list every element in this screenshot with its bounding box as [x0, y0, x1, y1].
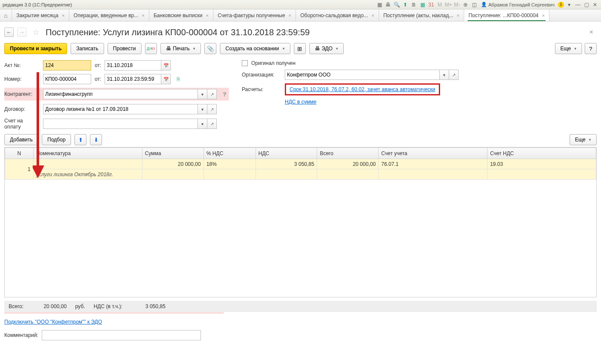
col-header[interactable]: НДС — [256, 148, 317, 159]
counterparty-help[interactable]: ? — [220, 89, 229, 99]
total-value: 20 000,00 — [32, 303, 67, 309]
move-down-button[interactable]: ⬇ — [90, 134, 102, 145]
home-tab[interactable]: ⌂ — [0, 9, 12, 21]
edo-connect-link[interactable]: Подключить "ООО "Конфетпром"" к ЭДО — [4, 319, 102, 325]
col-header[interactable]: Счет НДС — [487, 148, 596, 159]
edo-button[interactable]: 🖶ЭДО▾ — [309, 43, 344, 54]
pick-button[interactable]: Подбор — [42, 134, 71, 145]
col-header[interactable]: Счет учета — [379, 148, 487, 159]
dropdown-icon[interactable]: ▾ — [566, 1, 573, 8]
m-minus-icon[interactable]: M- — [453, 1, 460, 8]
calendar-icon[interactable]: 31 — [428, 1, 435, 8]
post-button[interactable]: Провести — [108, 43, 142, 54]
save-button[interactable]: Записать — [71, 43, 104, 54]
doc-icon[interactable]: 🗎 — [410, 1, 417, 8]
forward-button[interactable]: → — [17, 28, 27, 37]
vat-label: НДС (в т.ч.): — [94, 303, 123, 309]
create-based-button[interactable]: Создать на основании▾ — [220, 43, 290, 54]
table-row[interactable]: 120 000,0018%3 050,8520 000,0076.07.119.… — [5, 159, 596, 169]
tab-2[interactable]: Банковские выписки× — [149, 9, 213, 21]
col-header[interactable]: N — [5, 148, 34, 159]
calendar-icon[interactable]: 📅 — [161, 60, 171, 70]
dropdown-icon[interactable]: ▾ — [198, 104, 207, 114]
number-label: Номер: — [4, 76, 40, 82]
calendar-icon[interactable]: 📅 — [161, 74, 171, 84]
save-icon[interactable]: ⬆ — [402, 1, 409, 8]
calc-link[interactable]: Срок 31.10.2018, 76.07.2, 60.02, зачет а… — [290, 86, 435, 92]
panel-icon[interactable]: ◫ — [471, 1, 478, 8]
close-page[interactable]: × — [586, 27, 597, 38]
open-icon[interactable]: ↗ — [207, 89, 217, 99]
dropdown-icon[interactable]: ▾ — [198, 89, 207, 99]
from-label-2: от: — [95, 76, 101, 82]
dropdown-icon[interactable]: ▾ — [440, 70, 449, 80]
m-plus-icon[interactable]: M+ — [445, 1, 452, 8]
tab-close-icon[interactable]: × — [142, 13, 145, 18]
maximize-icon[interactable]: ▢ — [583, 1, 590, 8]
col-header[interactable]: % НДС — [203, 148, 256, 159]
number-input[interactable] — [43, 74, 91, 84]
tab-close-icon[interactable]: × — [457, 13, 459, 18]
tab-5[interactable]: Поступление (акты, наклад...× — [379, 9, 464, 21]
col-header[interactable]: Номенклатура — [33, 148, 142, 159]
zoom-icon[interactable]: ⊕ — [462, 1, 469, 8]
user-label[interactable]: 👤Абрамов Геннадий Сергеевич — [481, 2, 555, 7]
comment-label: Комментарий: — [4, 332, 38, 338]
calc-icon[interactable]: ▦ — [419, 1, 426, 8]
app-title: редакция 3.0 (1С:Предприятие) — [3, 2, 72, 7]
search-icon[interactable]: 🔍 — [393, 1, 400, 8]
dtkt-button[interactable]: ДтКт — [145, 43, 157, 54]
open-icon[interactable]: ↗ — [207, 104, 217, 114]
m-icon[interactable]: M — [436, 1, 443, 8]
tab-close-icon[interactable]: × — [289, 13, 291, 18]
tab-6[interactable]: Поступление: ...КП00-000004× — [464, 9, 549, 21]
table-more-button[interactable]: Еще▾ — [570, 134, 597, 145]
original-label: Оригинал получен — [251, 60, 296, 66]
org-input[interactable] — [285, 70, 440, 80]
comment-input[interactable] — [42, 330, 201, 340]
minimize-icon[interactable]: — — [574, 1, 581, 8]
invoice-label: Счет на оплату — [4, 118, 40, 130]
favorite-icon[interactable]: ☆ — [33, 28, 40, 37]
akt-input[interactable] — [43, 60, 91, 70]
open-icon[interactable]: ↗ — [449, 70, 459, 80]
akt-label: Акт №: — [4, 62, 40, 68]
vat-link[interactable]: НДС в сумме — [285, 99, 317, 105]
tab-0[interactable]: Закрытие месяца× — [12, 9, 69, 21]
akt-date-input[interactable] — [105, 60, 161, 70]
open-icon[interactable]: ↗ — [207, 119, 217, 129]
table-row-desc[interactable]: услуги лизинга Октябрь 2018г. — [5, 169, 596, 180]
help-button[interactable]: ? — [585, 43, 597, 54]
contract-input[interactable] — [43, 104, 198, 114]
tab-close-icon[interactable]: × — [542, 13, 545, 18]
print-button[interactable]: 🖶Печать▾ — [160, 43, 201, 54]
tab-3[interactable]: Счета-фактуры полученные× — [213, 9, 296, 21]
dropdown-icon[interactable]: ▾ — [198, 119, 207, 129]
add-button[interactable]: Добавить — [4, 134, 38, 145]
close-icon[interactable]: ✕ — [592, 1, 598, 8]
attach-button[interactable]: 📎 — [204, 43, 216, 54]
move-up-button[interactable]: ⬆ — [74, 134, 86, 145]
col-header[interactable]: Сумма — [142, 148, 203, 159]
contract-label: Договор: — [4, 106, 40, 112]
calc-label: Расчеты: — [242, 86, 281, 92]
print-icon[interactable]: 🖶 — [385, 1, 391, 8]
tab-4[interactable]: Оборотно-сальдовая ведо...× — [296, 9, 379, 21]
info-icon[interactable]: i — [558, 2, 564, 8]
original-checkbox[interactable] — [242, 60, 248, 66]
tab-close-icon[interactable]: × — [206, 13, 209, 18]
number-date-input[interactable] — [105, 74, 161, 84]
from-label-1: от: — [95, 62, 101, 68]
extra-icon[interactable]: ⎘ — [177, 76, 180, 82]
invoice-input[interactable] — [43, 119, 198, 129]
tab-close-icon[interactable]: × — [62, 13, 65, 18]
counterparty-input[interactable] — [43, 89, 198, 99]
back-button[interactable]: ← — [4, 28, 14, 37]
more-button[interactable]: Еще▾ — [555, 43, 582, 54]
post-close-button[interactable]: Провести и закрыть — [4, 43, 67, 54]
tab-close-icon[interactable]: × — [371, 13, 374, 18]
tab-1[interactable]: Операции, введенные вр...× — [69, 9, 149, 21]
structure-button[interactable]: ⊞ — [294, 43, 306, 54]
col-header[interactable]: Всего — [317, 148, 379, 159]
toolbar-icon[interactable]: ▦ — [376, 1, 383, 8]
